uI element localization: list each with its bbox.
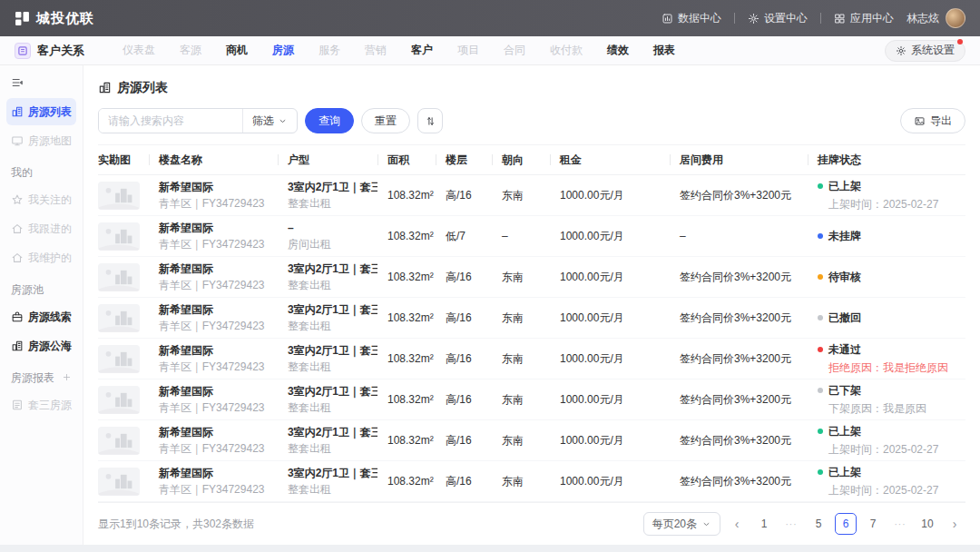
topbar-link-label: 应用中心 [850,11,894,26]
page-button-5[interactable]: 5 [808,513,829,535]
status-label: 已撤回 [828,310,861,326]
topbar-link-gear[interactable]: 设置中心 [748,11,808,26]
page-button-7[interactable]: 7 [862,513,884,535]
app-badge[interactable]: 客户关系 [15,43,84,59]
rent-cell: 1000.00元/月 [550,188,670,203]
grid-icon [834,13,846,25]
fee-cell: 签约合同价3%+3200元 [670,270,808,285]
status-sub-text: 下架原因：我是原因 [818,401,958,417]
sidebar-item-房源列表[interactable]: 房源列表 [6,98,76,125]
status-dot [818,315,823,320]
rent-cell-main: 1000.00元/月 [560,351,662,367]
sidebar-item-我维护的[interactable]: 我维护的 [6,244,76,271]
export-button[interactable]: 导出 [900,108,965,133]
status-dot [818,233,823,239]
filter-dropdown[interactable]: 筛选 [242,109,297,133]
sort-button[interactable] [417,108,443,133]
orientation-cell: – [492,230,550,242]
prev-page-button[interactable]: ‹ [726,513,748,535]
sidebar-item-我关注的[interactable]: 我关注的 [6,186,76,213]
group-title-text: 我的 [11,165,33,181]
orientation-cell: 东南 [492,270,550,285]
sidebar-item-房源地图[interactable]: 房源地图 [6,127,76,154]
tab-房源[interactable]: 房源 [272,43,294,58]
sidebar-collapse-icon[interactable] [6,74,28,98]
tab-服务[interactable]: 服务 [318,43,340,58]
thumbnail-cell[interactable] [98,468,149,496]
tab-客源[interactable]: 客源 [180,43,201,58]
layout-cell-main: – [288,220,370,236]
tab-收付款[interactable]: 收付款 [550,43,583,58]
column-header-楼层: 楼层 [436,145,492,174]
thumbnail-cell[interactable] [98,386,149,414]
topbar-link-grid[interactable]: 应用中心 [834,11,894,26]
table-row[interactable]: 新希望国际青羊区｜FY347294233室内2厅1卫｜套三整套出租108.32m… [98,257,965,298]
tab-绩效[interactable]: 绩效 [607,43,629,58]
tab-报表[interactable]: 报表 [653,43,675,58]
add-report-button[interactable] [62,372,72,385]
thumbnail-cell[interactable] [98,182,149,210]
layout-cell-main: 3室内2厅1卫｜套三 [288,301,370,318]
name-cell-main: 新希望国际 [159,383,270,399]
area-cell: 108.32m² [377,393,436,406]
table-row[interactable]: 新希望国际青羊区｜FY347294233室内2厅1卫｜套三整套出租108.32m… [98,380,965,420]
table-row[interactable]: 新希望国际青羊区｜FY347294233室内2厅1卫｜套三整套出租108.32m… [98,420,965,461]
sidebar-item-我跟进的[interactable]: 我跟进的 [6,215,76,242]
next-page-button[interactable]: › [944,513,965,535]
page-button-10[interactable]: 10 [916,513,938,535]
rent-cell-main: 1000.00元/月 [560,188,662,203]
page-size-select[interactable]: 每页20条 [643,512,720,536]
status-badge: 待审核 [818,270,958,285]
reset-button[interactable]: 重置 [361,108,410,133]
search-input[interactable] [99,109,242,133]
table-row[interactable]: 新希望国际青羊区｜FY34729423–房间出租108.32m²低/7–1000… [98,216,965,257]
table-row[interactable]: 新希望国际青羊区｜FY347294233室内2厅1卫｜套三整套出租108.32m… [98,339,965,380]
area-cell-main: 108.32m² [387,271,428,283]
layout-cell: 3室内2厅1卫｜套三整套出租 [278,383,377,416]
layout-cell-sub: 整套出租 [288,399,370,416]
thumbnail-cell[interactable] [98,222,149,251]
user-menu[interactable]: 林志炫 [906,8,965,28]
sidebar-group-title: 房源池 [6,273,76,303]
thumbnail-cell[interactable] [98,304,149,332]
layout-cell: 3室内2厅1卫｜套三整套出租 [278,301,377,334]
sidebar-item-房源公海[interactable]: 房源公海 [6,332,76,360]
status-label: 已上架 [828,465,861,480]
table-row[interactable]: 新希望国际青羊区｜FY347294233室内2厅1卫｜套三整套出租108.32m… [98,175,965,216]
page-button-1[interactable]: 1 [753,513,775,535]
status-badge: 已下架 [818,383,958,399]
query-button[interactable]: 查询 [305,108,354,133]
rent-cell: 1000.00元/月 [550,474,670,489]
status-sub-text: 拒绝原因：我是拒绝原因 [818,360,958,376]
status-label: 未通过 [828,342,861,358]
thumbnail-cell[interactable] [98,345,149,373]
table-row[interactable]: 新希望国际青羊区｜FY347294233室内2厅1卫｜套三整套出租108.32m… [98,461,965,502]
thumbnail-cell[interactable] [98,427,149,455]
layout-cell: 3室内2厅1卫｜套三整套出租 [278,424,377,457]
page-numbers: 1···567···10 [753,513,938,535]
page-button-6[interactable]: 6 [835,513,857,535]
system-settings-label: 系统设置 [911,43,955,58]
system-settings-button[interactable]: 系统设置 [885,40,965,62]
tab-商机[interactable]: 商机 [226,43,248,58]
orientation-cell-main: 东南 [502,188,543,203]
layout-cell: 3室内2厅1卫｜套三整套出租 [278,465,377,498]
tab-仪表盘[interactable]: 仪表盘 [122,43,155,58]
sidebar-item-房源线索[interactable]: 房源线索 [6,303,76,330]
tab-营销[interactable]: 营销 [365,43,387,58]
topbar-link-data[interactable]: 数据中心 [662,11,721,26]
name-cell-main: 新希望国际 [159,424,270,440]
sidebar-item-套三房源[interactable]: 套三房源 [6,391,76,419]
building-icon [11,105,24,118]
property-photo-placeholder [98,304,140,332]
tab-客户[interactable]: 客户 [411,43,433,58]
rent-cell: 1000.00元/月 [550,351,670,367]
name-cell-main: 新希望国际 [159,261,270,277]
tab-项目[interactable]: 项目 [457,43,479,58]
fee-cell: 签约合同价3%+3200元 [670,392,808,408]
tab-合同[interactable]: 合同 [504,43,525,58]
thumbnail-cell[interactable] [98,263,149,291]
area-cell: 108.32m² [377,434,436,447]
name-cell: 新希望国际青羊区｜FY34729423 [149,465,278,498]
table-row[interactable]: 新希望国际青羊区｜FY347294233室内2厅1卫｜套三整套出租108.32m… [98,298,965,339]
